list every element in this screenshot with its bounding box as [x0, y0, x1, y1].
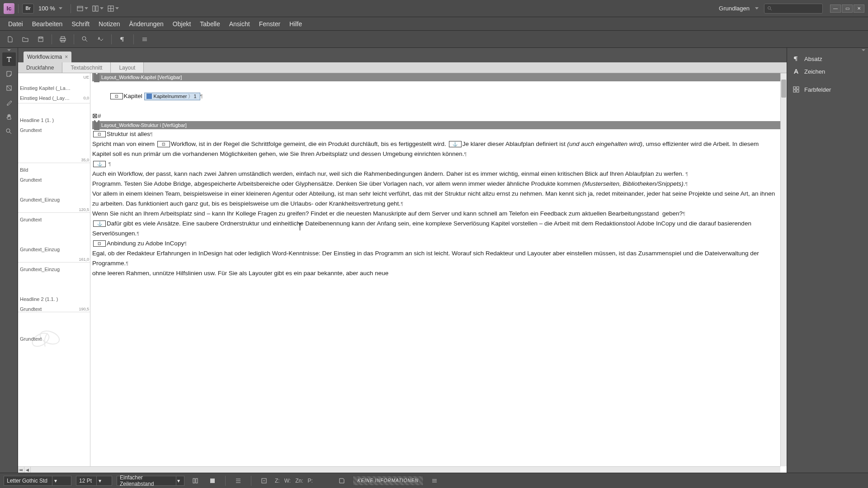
svg-rect-0 [77, 6, 83, 11]
menu-objekt[interactable]: Objekt [168, 17, 195, 30]
zoom-value: 100 % [38, 5, 55, 12]
toolbar [0, 31, 868, 48]
print-icon[interactable] [57, 33, 69, 46]
open-icon[interactable] [19, 33, 32, 46]
app-icon: Ic [4, 3, 14, 14]
chevron-down-icon [755, 7, 759, 9]
workspace-label: Grundlagen [719, 5, 750, 12]
minimize-button[interactable]: — [830, 5, 841, 13]
svg-line-8 [770, 9, 772, 10]
menu-aenderungen[interactable]: Änderungen [125, 17, 168, 30]
save-icon[interactable] [34, 33, 47, 46]
menu-hilfe[interactable]: Hilfe [285, 17, 307, 30]
find-icon[interactable] [79, 33, 91, 46]
svg-point-7 [768, 6, 771, 9]
menu-tabelle[interactable]: Tabelle [195, 17, 224, 30]
chevron-down-icon [59, 7, 62, 9]
title-bar: Ic Br 100 % Grundlagen — ▭ ✕ [0, 0, 868, 17]
svg-rect-2 [93, 6, 95, 11]
maximize-button[interactable]: ▭ [842, 5, 853, 13]
menu-fenster[interactable]: Fenster [255, 17, 285, 30]
svg-rect-11 [61, 37, 65, 38]
menu-notizen[interactable]: Notizen [94, 17, 124, 30]
screen-mode-icon[interactable] [76, 4, 88, 14]
svg-rect-3 [96, 6, 98, 11]
svg-rect-10 [39, 37, 42, 38]
spellcheck-icon[interactable] [94, 33, 107, 46]
close-button[interactable]: ✕ [854, 5, 864, 13]
menu-datei[interactable]: Datei [4, 17, 28, 30]
arrange-icon[interactable] [92, 4, 104, 14]
zoom-level-dropdown[interactable]: 100 % [38, 5, 62, 12]
pilcrow-icon[interactable] [116, 33, 129, 46]
view-options-icon[interactable] [107, 4, 119, 14]
window-controls: — ▭ ✕ [830, 5, 864, 13]
bridge-badge[interactable]: Br [22, 4, 34, 14]
search-input[interactable] [764, 4, 823, 14]
menu-ansicht[interactable]: Ansicht [225, 17, 255, 30]
menu-bearbeiten[interactable]: Bearbeiten [28, 17, 67, 30]
menu-bar: Datei Bearbeiten Schrift Notizen Änderun… [0, 17, 868, 31]
search-icon [767, 6, 773, 11]
menu-schrift[interactable]: Schrift [67, 17, 94, 30]
svg-line-15 [85, 40, 87, 42]
menu-icon[interactable] [138, 33, 151, 46]
workspace-dropdown[interactable]: Grundlagen [719, 5, 759, 12]
new-icon[interactable] [4, 33, 16, 46]
svg-point-14 [82, 37, 86, 40]
